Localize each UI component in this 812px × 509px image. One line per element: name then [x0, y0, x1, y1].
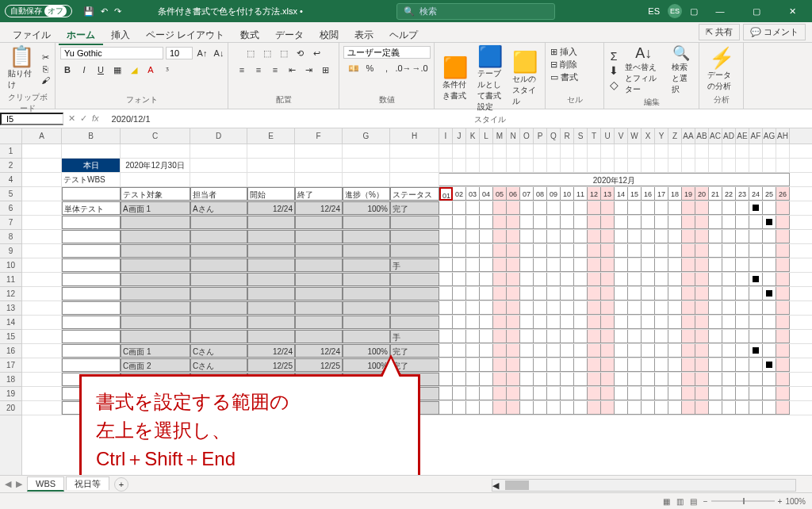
cell[interactable]: [709, 244, 722, 258]
cell[interactable]: [736, 216, 749, 229]
col-header[interactable]: K: [466, 128, 480, 144]
cell[interactable]: [62, 216, 121, 229]
cell[interactable]: [628, 373, 642, 386]
cell[interactable]: [763, 301, 776, 315]
cell[interactable]: [390, 230, 439, 243]
autosave-toggle[interactable]: 自動保存 オフ: [5, 5, 72, 17]
cell[interactable]: [736, 358, 749, 372]
cell[interactable]: [763, 159, 776, 172]
cell[interactable]: 手: [390, 258, 439, 272]
cell[interactable]: [480, 159, 493, 172]
cell[interactable]: [390, 173, 439, 186]
cell[interactable]: [466, 201, 480, 215]
cell[interactable]: [668, 330, 682, 343]
cell[interactable]: [466, 316, 480, 329]
cell[interactable]: [695, 144, 709, 158]
cell[interactable]: [749, 401, 763, 415]
cell[interactable]: [776, 287, 790, 300]
cell[interactable]: [547, 301, 561, 315]
cell[interactable]: [655, 144, 668, 158]
cell[interactable]: [776, 216, 790, 229]
cell[interactable]: [453, 258, 466, 272]
cell[interactable]: [668, 373, 682, 386]
cell[interactable]: 09: [547, 187, 561, 201]
cell[interactable]: [520, 144, 534, 158]
row-header[interactable]: 19: [0, 387, 21, 401]
cell[interactable]: [682, 244, 695, 258]
cell[interactable]: [588, 258, 601, 272]
cell[interactable]: [295, 258, 343, 272]
cell[interactable]: [615, 144, 628, 158]
cell[interactable]: Cさん: [190, 358, 247, 372]
cell[interactable]: [682, 273, 695, 286]
cell[interactable]: [668, 159, 682, 172]
cell[interactable]: [588, 330, 601, 343]
cell[interactable]: [642, 330, 655, 343]
cell[interactable]: [547, 316, 561, 329]
row-header[interactable]: 7: [0, 216, 21, 230]
cell[interactable]: [763, 244, 776, 258]
cell[interactable]: [615, 401, 628, 415]
cell[interactable]: [642, 273, 655, 286]
cell[interactable]: [62, 344, 121, 358]
col-header[interactable]: D: [190, 128, 247, 144]
cell[interactable]: [343, 273, 390, 286]
cell[interactable]: 12/25: [247, 358, 295, 372]
cell[interactable]: [763, 201, 776, 215]
cell[interactable]: [776, 230, 790, 243]
formula-input[interactable]: 2020/12/1: [107, 114, 812, 124]
cell[interactable]: 100%: [343, 201, 390, 215]
cell[interactable]: [439, 373, 453, 386]
cell[interactable]: [343, 316, 390, 329]
cell[interactable]: [453, 144, 466, 158]
cell[interactable]: [22, 273, 62, 286]
cell[interactable]: [480, 301, 493, 315]
cell[interactable]: [520, 258, 534, 272]
cell[interactable]: [561, 316, 574, 329]
cell[interactable]: [615, 387, 628, 400]
cell[interactable]: [763, 401, 776, 415]
cell[interactable]: [628, 301, 642, 315]
cell[interactable]: [749, 273, 763, 286]
cell[interactable]: [763, 230, 776, 243]
cell[interactable]: [62, 244, 121, 258]
cell[interactable]: [668, 301, 682, 315]
cell[interactable]: [507, 287, 520, 300]
cell[interactable]: 13: [601, 187, 615, 201]
cell[interactable]: [493, 144, 507, 158]
row-header[interactable]: 20: [0, 401, 21, 415]
cell[interactable]: 本日: [62, 159, 121, 172]
cell[interactable]: [642, 301, 655, 315]
cell[interactable]: [574, 401, 588, 415]
font-size[interactable]: [166, 47, 193, 59]
cell[interactable]: [588, 373, 601, 386]
cell[interactable]: [601, 301, 615, 315]
cell[interactable]: [682, 144, 695, 158]
cell[interactable]: [439, 244, 453, 258]
cell[interactable]: 11: [574, 187, 588, 201]
copy-icon[interactable]: ⎘: [43, 64, 48, 74]
row-header[interactable]: 12: [0, 287, 21, 301]
cell[interactable]: [493, 159, 507, 172]
page-layout-view-icon[interactable]: ▥: [676, 497, 684, 506]
cell[interactable]: [190, 244, 247, 258]
col-header[interactable]: J: [453, 128, 466, 144]
cell[interactable]: [547, 230, 561, 243]
cell[interactable]: [466, 244, 480, 258]
cell[interactable]: [749, 159, 763, 172]
cell[interactable]: [682, 401, 695, 415]
cell[interactable]: [520, 344, 534, 358]
row-header[interactable]: 15: [0, 330, 21, 344]
cell[interactable]: [695, 316, 709, 329]
cell[interactable]: [709, 358, 722, 372]
cell[interactable]: [453, 230, 466, 243]
cell[interactable]: [776, 144, 790, 158]
cell[interactable]: [520, 401, 534, 415]
cell[interactable]: [763, 373, 776, 386]
cell[interactable]: [453, 344, 466, 358]
col-header[interactable]: X: [642, 128, 655, 144]
cell[interactable]: [190, 173, 247, 186]
cell[interactable]: [247, 301, 295, 315]
orientation-icon[interactable]: ⟲: [293, 46, 308, 60]
cell[interactable]: [642, 358, 655, 372]
